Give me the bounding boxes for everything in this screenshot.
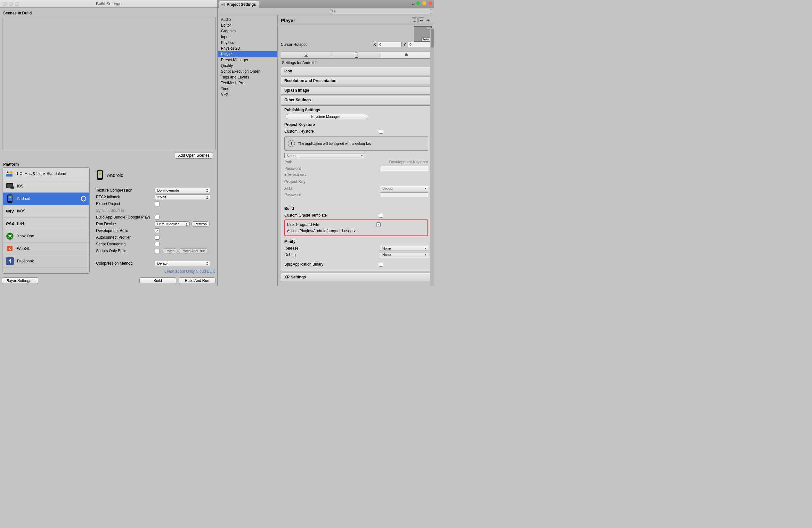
nav-editor[interactable]: Editor [218, 23, 277, 28]
svg-point-1 [10, 171, 13, 174]
custom-gradle-checkbox[interactable] [379, 213, 383, 217]
texture-compression-select[interactable]: Don't override [155, 188, 210, 193]
select-button[interactable]: Select [421, 38, 431, 41]
add-open-scenes-button[interactable]: Add Open Scenes [175, 152, 213, 159]
row-compression: Compression Method Default [96, 260, 216, 267]
content-scrollbar[interactable] [430, 28, 434, 286]
user-proguard-checkbox[interactable] [376, 222, 381, 227]
minify-release-select[interactable]: None [380, 246, 428, 251]
fold-splash[interactable]: Splash Image [281, 86, 432, 95]
platform-item-standalone[interactable]: PC, Mac & Linux Standalone [3, 168, 89, 180]
alias-select[interactable]: Debug [380, 186, 428, 191]
cursor-thumb[interactable]: 2D/ Select [414, 26, 432, 42]
svg-point-24 [332, 10, 334, 12]
keystore-select[interactable]: Select... [284, 153, 364, 158]
nav-quality[interactable]: Quality [218, 63, 277, 69]
player-settings-button[interactable]: Player Settings... [2, 277, 38, 284]
key-password-input[interactable] [380, 192, 428, 197]
platform-item-ps4[interactable]: PS4 PS4 [3, 217, 89, 230]
tab-android[interactable] [381, 52, 432, 59]
fold-resolution[interactable]: Resolution and Presentation [281, 76, 432, 85]
android-phone-icon [5, 195, 14, 202]
ios-icon [5, 183, 14, 190]
svg-text:?: ? [414, 19, 415, 22]
cursor-x-input[interactable] [378, 42, 402, 47]
tab-project-settings[interactable]: Project Settings [219, 1, 259, 8]
cursor-y-input[interactable] [408, 42, 432, 47]
row-minify-debug: Debug None [284, 252, 428, 258]
fold-icon[interactable]: Icon [281, 67, 432, 75]
nav-physics2d[interactable]: Physics 2D [218, 45, 277, 51]
fold-other[interactable]: Other Settings [281, 96, 432, 104]
help-icon[interactable]: ? [412, 17, 418, 23]
row-password2: Password [284, 191, 428, 198]
custom-keystore-checkbox[interactable] [379, 129, 383, 133]
scenes-list[interactable]: Add Open Scenes [3, 17, 216, 150]
tab-ios[interactable] [331, 52, 382, 59]
platform-item-android[interactable]: Android [3, 192, 89, 205]
xbox-icon [5, 233, 14, 240]
nav-vfx[interactable]: VFX [218, 91, 277, 97]
cloud-build-link[interactable]: Learn about Unity Cloud Build [96, 269, 216, 274]
preset-icon[interactable]: ⇄ [419, 17, 424, 23]
platform-item-tvos[interactable]: ✉tv tvOS [3, 205, 89, 217]
settings-nav[interactable]: Audio Editor Graphics Input Physics Phys… [218, 15, 278, 286]
platform-item-facebook[interactable]: f Facebook [3, 255, 89, 268]
platform-item-ios[interactable]: iOS [3, 180, 89, 192]
platform-list[interactable]: PC, Mac & Linux Standalone iOS Android [3, 167, 90, 274]
content-header: Player ? ⇄ [278, 15, 434, 25]
autoconnect-checkbox[interactable] [155, 235, 159, 240]
script-debug-checkbox[interactable] [155, 242, 159, 246]
patch-button[interactable]: Patch [163, 248, 177, 254]
scripts-only-checkbox[interactable] [155, 248, 159, 253]
platform-label: Platform [3, 161, 216, 167]
nav-physics[interactable]: Physics [218, 40, 277, 45]
nav-input[interactable]: Input [218, 34, 277, 40]
platform-item-label: Xbox One [17, 234, 34, 238]
nav-time[interactable]: Time [218, 86, 277, 91]
tab-standalone[interactable] [281, 52, 331, 59]
split-binary-checkbox[interactable] [379, 262, 383, 267]
scroll-thumb[interactable] [431, 29, 434, 48]
platform-item-label: Facebook [17, 259, 34, 263]
build-button[interactable]: Build [139, 277, 176, 284]
platform-heading: Android [96, 170, 216, 180]
mac-min-dot[interactable] [422, 1, 426, 5]
platform-heading-label: Android [107, 172, 124, 178]
minify-debug-select[interactable]: None [380, 252, 428, 257]
mac-close-dot[interactable] [429, 1, 432, 5]
mac-zoom-dot[interactable] [416, 1, 420, 5]
dev-build-checkbox[interactable] [155, 228, 159, 233]
svg-text:5: 5 [9, 247, 11, 251]
svg-point-28 [427, 19, 429, 21]
export-project-checkbox[interactable] [155, 201, 159, 206]
nav-tmp[interactable]: TextMesh Pro [218, 80, 277, 86]
nav-seo[interactable]: Script Execution Order [218, 69, 277, 74]
nav-tags[interactable]: Tags and Layers [218, 74, 277, 80]
search-row [218, 8, 434, 15]
etc2-select[interactable]: 32-bit [155, 195, 210, 200]
search-input[interactable] [330, 9, 432, 14]
nav-preset[interactable]: Preset Manager [218, 57, 277, 63]
player-platform-tabs [281, 52, 432, 59]
nav-player[interactable]: Player [218, 51, 277, 57]
nav-audio[interactable]: Audio [218, 17, 277, 23]
ps4-icon: PS4 [5, 220, 14, 227]
pane-menu-icon[interactable]: ▪≡ [412, 2, 415, 6]
keystore-password-input[interactable] [380, 166, 428, 171]
compression-select[interactable]: Default [155, 261, 210, 266]
aab-checkbox[interactable] [155, 215, 159, 219]
refresh-button[interactable]: Refresh [191, 222, 210, 227]
phone-icon [355, 53, 358, 58]
gear-small-icon[interactable] [425, 17, 431, 23]
svg-rect-4 [11, 186, 14, 189]
publishing-title: Publishing Settings [284, 108, 428, 112]
fold-xr[interactable]: XR Settings [281, 273, 432, 281]
build-and-run-button[interactable]: Build And Run [179, 277, 216, 284]
platform-item-xboxone[interactable]: Xbox One [3, 230, 89, 243]
keystore-manager-button[interactable]: Keystore Manager... [286, 114, 368, 119]
run-device-select[interactable]: Default device [155, 222, 190, 227]
platform-item-webgl[interactable]: 5 WebGL [3, 243, 89, 255]
patch-run-button[interactable]: Patch And Run [179, 248, 208, 254]
nav-graphics[interactable]: Graphics [218, 28, 277, 34]
